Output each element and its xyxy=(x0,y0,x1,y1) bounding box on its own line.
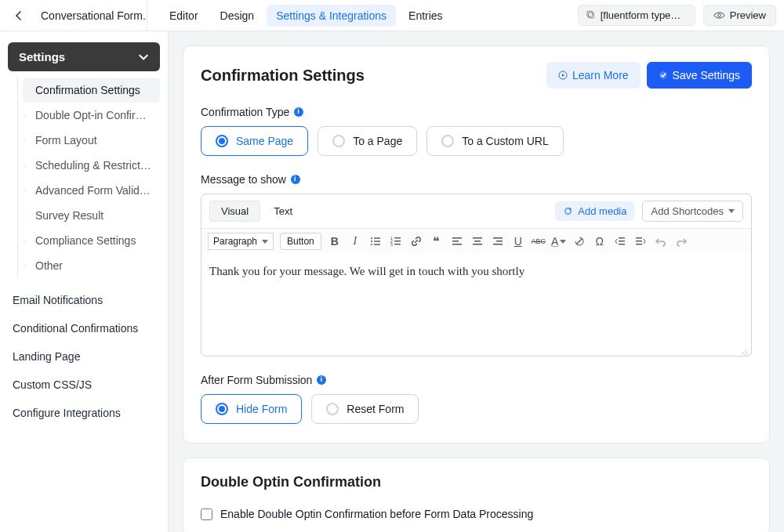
sidebar-link-email-notifications[interactable]: Email Notifications xyxy=(8,286,160,314)
ordered-list-icon[interactable]: 123 xyxy=(389,234,403,248)
undo-icon[interactable] xyxy=(654,234,668,248)
info-icon[interactable] xyxy=(291,175,300,184)
svg-rect-25 xyxy=(496,241,503,242)
svg-rect-22 xyxy=(474,241,481,242)
editor-tab-text[interactable]: Text xyxy=(262,201,304,222)
align-right-icon[interactable] xyxy=(491,234,505,248)
sidebar-item-advanced-validation[interactable]: Advanced Form Validati... xyxy=(23,178,160,203)
editor-content[interactable]: Thank you for your message. We will get … xyxy=(201,254,751,348)
sidebar: Settings Confirmation Settings Double Op… xyxy=(0,31,169,532)
link-icon[interactable] xyxy=(409,234,423,248)
radio-dot-icon xyxy=(326,403,339,415)
sidebar-settings-header[interactable]: Settings xyxy=(8,42,160,71)
after-submission-options: Hide Form Reset Form xyxy=(201,394,752,424)
message-label: Message to show xyxy=(201,173,752,186)
svg-rect-31 xyxy=(636,241,642,241)
shortcode-pill[interactable]: [fluentform type="c... xyxy=(578,5,695,26)
editor-mode-tabs: Visual Text xyxy=(209,201,304,222)
copy-icon xyxy=(586,10,596,20)
confirmation-type-options: Same Page To a Page To a Custom URL xyxy=(201,126,752,156)
tab-design[interactable]: Design xyxy=(211,5,264,27)
sidebar-link-configure-integrations[interactable]: Configure Integrations xyxy=(8,399,160,427)
save-settings-button[interactable]: Save Settings xyxy=(647,62,752,89)
radio-reset-form[interactable]: Reset Form xyxy=(311,394,419,424)
radio-dot-icon xyxy=(216,135,228,147)
redo-icon[interactable] xyxy=(674,234,688,248)
add-media-button[interactable]: Add media xyxy=(555,201,634,221)
sidebar-item-other[interactable]: Other xyxy=(23,253,160,278)
sidebar-item-confirmation-settings[interactable]: Confirmation Settings xyxy=(23,78,160,103)
special-char-icon[interactable]: Ω xyxy=(593,234,607,248)
tab-settings-integrations[interactable]: Settings & Integrations xyxy=(267,5,396,27)
unordered-list-icon[interactable] xyxy=(368,234,383,248)
sidebar-item-compliance[interactable]: Compliance Settings xyxy=(23,228,160,253)
sidebar-item-scheduling[interactable]: Scheduling & Restrictions xyxy=(23,153,160,178)
radio-to-page[interactable]: To a Page xyxy=(318,126,417,156)
svg-rect-20 xyxy=(452,244,462,245)
media-icon xyxy=(563,206,573,216)
insert-button-button[interactable]: Button xyxy=(280,233,321,250)
svg-point-2 xyxy=(717,14,720,17)
radio-hide-form[interactable]: Hide Form xyxy=(201,394,302,424)
sidebar-item-survey-result[interactable]: Survey Result xyxy=(23,203,160,228)
sidebar-item-form-layout[interactable]: Form Layout xyxy=(23,128,160,153)
double-optin-title: Double Optin Confirmation xyxy=(201,474,752,490)
svg-text:3: 3 xyxy=(390,242,393,247)
info-icon[interactable] xyxy=(294,107,303,117)
radio-same-page[interactable]: Same Page xyxy=(201,126,308,156)
sidebar-link-conditional-confirmations[interactable]: Conditional Confirmations xyxy=(8,314,160,342)
radio-dot-icon xyxy=(216,403,228,415)
resize-icon xyxy=(740,348,748,356)
svg-rect-32 xyxy=(636,244,642,244)
svg-rect-27 xyxy=(619,237,625,238)
rich-text-editor: Visual Text Add media Add Shortcodes xyxy=(201,194,752,356)
svg-rect-7 xyxy=(374,237,380,238)
sidebar-item-double-optin[interactable]: Double Opt-in Confirma... xyxy=(23,103,160,128)
svg-rect-17 xyxy=(394,244,401,244)
back-button[interactable] xyxy=(8,5,30,27)
bold-icon[interactable]: B xyxy=(328,234,342,248)
learn-more-label: Learn More xyxy=(572,69,629,81)
svg-rect-28 xyxy=(619,241,625,241)
sidebar-settings-label: Settings xyxy=(19,50,65,63)
radio-to-custom-url[interactable]: To a Custom URL xyxy=(426,126,563,156)
preview-button[interactable]: Preview xyxy=(703,5,776,26)
svg-rect-30 xyxy=(636,237,642,238)
eye-icon xyxy=(713,9,725,21)
align-center-icon[interactable] xyxy=(470,234,485,248)
top-bar: Conversational Form... Editor Design Set… xyxy=(0,0,784,31)
text-color-icon[interactable]: A xyxy=(552,234,566,248)
svg-rect-18 xyxy=(452,237,462,239)
double-optin-checkbox[interactable] xyxy=(201,508,212,520)
italic-icon[interactable]: I xyxy=(348,234,362,248)
resize-handle[interactable] xyxy=(201,348,751,356)
page-title: Confirmation Settings xyxy=(201,67,365,85)
card-header: Confirmation Settings Learn More Save Se… xyxy=(201,62,752,89)
add-shortcodes-button[interactable]: Add Shortcodes xyxy=(642,201,743,222)
card-confirmation-settings: Confirmation Settings Learn More Save Se… xyxy=(183,45,770,443)
breadcrumb[interactable]: Conversational Form... xyxy=(30,0,147,31)
strikethrough-icon[interactable]: ABC xyxy=(532,234,546,248)
sidebar-link-custom-css-js[interactable]: Custom CSS/JS xyxy=(8,371,160,399)
indent-icon[interactable] xyxy=(633,234,648,248)
svg-rect-21 xyxy=(473,237,482,239)
svg-point-4 xyxy=(659,71,667,79)
svg-point-10 xyxy=(371,244,372,245)
info-icon[interactable] xyxy=(317,375,326,385)
learn-more-button[interactable]: Learn More xyxy=(546,62,641,89)
paragraph-select[interactable]: Paragraph xyxy=(208,233,274,250)
quote-icon[interactable]: ❝ xyxy=(430,234,444,248)
editor-tab-visual[interactable]: Visual xyxy=(209,201,260,222)
tab-editor[interactable]: Editor xyxy=(160,5,208,27)
chevron-left-icon xyxy=(14,11,24,20)
chevron-down-icon xyxy=(262,240,268,244)
outdent-icon[interactable] xyxy=(613,234,627,248)
underline-icon[interactable]: U xyxy=(511,234,525,248)
clear-formatting-icon[interactable] xyxy=(572,234,586,248)
sidebar-link-landing-page[interactable]: Landing Page xyxy=(8,342,160,371)
confirmation-type-label: Confirmation Type xyxy=(201,106,752,118)
tab-entries[interactable]: Entries xyxy=(399,5,452,27)
align-left-icon[interactable] xyxy=(450,234,464,248)
double-optin-checkbox-row[interactable]: Enable Double Optin Confirmation before … xyxy=(201,508,752,520)
editor-toolbar: Paragraph Button B I 123 ❝ xyxy=(201,228,751,254)
